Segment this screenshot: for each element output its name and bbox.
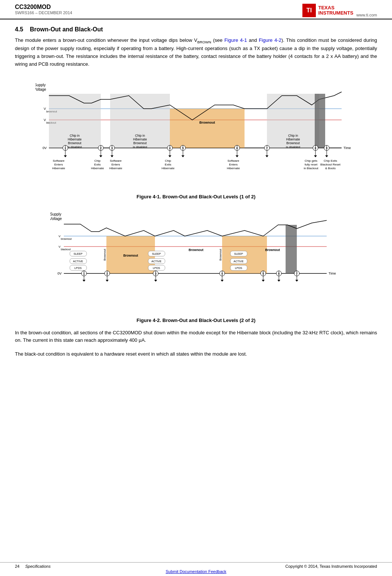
svg-text:SLEEP: SLEEP <box>74 252 83 256</box>
svg-text:Chip in: Chip in <box>288 134 298 137</box>
ti-logo-icon: TI <box>302 4 316 17</box>
svg-text:Software: Software <box>227 159 239 162</box>
page-footer: 24 Specifications Copyright © 2014, Texa… <box>0 562 392 576</box>
svg-text:Blackout Reset: Blackout Reset <box>320 163 341 166</box>
body-paragraph-2: In the brown-out condition, all sections… <box>15 329 377 345</box>
svg-text:Hibernate: Hibernate <box>133 137 147 141</box>
footer-specs-label: Specifications <box>25 564 51 569</box>
svg-marker-59 <box>265 155 268 157</box>
svg-marker-55 <box>236 155 239 157</box>
svg-marker-67 <box>325 155 328 157</box>
ti-logo-text: TEXAS INSTRUMENTS <box>318 5 353 16</box>
svg-text:Hibernate: Hibernate <box>162 167 175 170</box>
svg-marker-39 <box>99 155 102 157</box>
svg-text:Exits: Exits <box>165 163 171 166</box>
svg-text:V: V <box>59 245 61 248</box>
svg-text:LPDS: LPDS <box>74 266 82 270</box>
main-content: 4.5 Brown-Out and Black-Out The module e… <box>0 19 392 375</box>
svg-text:ACTIVE: ACTIVE <box>151 260 161 263</box>
svg-text:Enters: Enters <box>229 163 237 166</box>
svg-marker-51 <box>181 155 184 157</box>
svg-rect-107 <box>286 225 297 273</box>
section-heading: 4.5 Brown-Out and Black-Out <box>15 26 377 33</box>
svg-text:Hibernate: Hibernate <box>286 137 300 141</box>
svg-text:Brownout: Brownout <box>133 141 147 145</box>
svg-marker-63 <box>314 155 317 157</box>
svg-text:V: V <box>44 118 46 122</box>
v-brown-sub: BROWN <box>197 40 211 44</box>
svg-text:Voltage: Voltage <box>35 87 46 92</box>
svg-text:Software: Software <box>110 159 122 162</box>
header-right: TI TEXAS INSTRUMENTS www.ti.com <box>302 4 377 17</box>
svg-text:Brownout: Brownout <box>103 248 106 261</box>
figure-1-caption: Figure 4-1. Brown-Out and Black-Out Leve… <box>15 194 377 199</box>
svg-text:V: V <box>59 235 61 238</box>
figure-1-container: Supply Voltage V brownout V blackout 0V … <box>15 75 377 199</box>
svg-rect-17 <box>170 109 245 148</box>
doc-subtitle: SWRS166 – DECEMBER 2014 <box>15 10 72 15</box>
svg-text:Hibernate: Hibernate <box>68 137 82 141</box>
svg-marker-35 <box>64 155 67 157</box>
svg-marker-129 <box>83 280 85 282</box>
svg-text:blackout: blackout <box>61 248 71 251</box>
svg-text:Enters: Enters <box>111 163 120 166</box>
svg-text:ACTIVE: ACTIVE <box>73 260 83 263</box>
svg-text:ACTIVE: ACTIVE <box>233 260 243 263</box>
footer-main-row: 24 Specifications Copyright © 2014, Texa… <box>15 564 377 569</box>
svg-text:Supply: Supply <box>50 212 61 216</box>
svg-text:V: V <box>44 107 46 111</box>
svg-text:in Blackout: in Blackout <box>304 167 318 170</box>
svg-rect-31 <box>315 94 325 148</box>
svg-text:Brownout: Brownout <box>189 248 203 252</box>
svg-text:LPDS: LPDS <box>235 266 242 270</box>
figure-2-caption: Figure 4-2. Brown-Out and Black-Out Leve… <box>15 318 377 323</box>
svg-text:is disabled: is disabled <box>68 145 82 149</box>
svg-text:Enters: Enters <box>54 163 63 166</box>
fig1-link[interactable]: Figure 4-1 <box>224 37 247 43</box>
doc-title: CC3200MOD <box>15 4 72 10</box>
ti-logo: TI TEXAS INSTRUMENTS <box>302 4 353 17</box>
svg-marker-145 <box>262 280 265 282</box>
svg-marker-137 <box>154 280 157 282</box>
svg-text:Brownout: Brownout <box>68 141 82 145</box>
fig2-link[interactable]: Figure 4-2 <box>259 37 281 43</box>
svg-marker-149 <box>277 280 280 282</box>
svg-marker-47 <box>168 155 171 157</box>
svg-text:SLEEP: SLEEP <box>234 252 243 256</box>
svg-text:Exits: Exits <box>94 163 100 166</box>
svg-text:Software: Software <box>53 159 65 162</box>
svg-text:Brownout: Brownout <box>199 121 215 124</box>
body-paragraph-1: The module enters a brown-out condition … <box>15 37 377 68</box>
page-number: 24 <box>15 564 19 569</box>
svg-text:Hibernate: Hibernate <box>109 167 122 170</box>
svg-text:is disabled: is disabled <box>286 145 300 149</box>
figure-1-svg: Supply Voltage V brownout V blackout 0V … <box>35 75 357 191</box>
svg-text:Chip gets: Chip gets <box>305 159 317 162</box>
svg-text:Time: Time <box>329 272 336 275</box>
svg-text:Brownout: Brownout <box>123 254 138 257</box>
svg-text:Hibernate: Hibernate <box>91 167 104 170</box>
svg-text:& Boots: & Boots <box>325 167 336 170</box>
svg-text:LPDS: LPDS <box>153 266 160 270</box>
svg-text:0V: 0V <box>43 146 47 150</box>
body-paragraph-3: The black-out condition is equivalent to… <box>15 350 377 358</box>
footer-feedback-link[interactable]: Submit Documentation Feedback <box>15 569 377 575</box>
footer-copyright: Copyright © 2014, Texas Instruments Inco… <box>285 564 377 569</box>
svg-marker-43 <box>111 155 113 157</box>
svg-text:Chip Exits: Chip Exits <box>324 159 337 162</box>
footer-left: 24 Specifications <box>15 564 50 569</box>
svg-text:Hibernate: Hibernate <box>52 167 65 170</box>
header-url: www.ti.com <box>356 13 377 17</box>
svg-text:Supply: Supply <box>35 83 46 87</box>
svg-text:fully reset: fully reset <box>305 163 318 166</box>
svg-text:Chip: Chip <box>165 159 171 162</box>
svg-text:Time: Time <box>343 146 351 150</box>
svg-text:is disabled: is disabled <box>133 145 147 149</box>
svg-text:Chip in: Chip in <box>70 134 80 137</box>
svg-text:Brownout: Brownout <box>265 248 280 252</box>
svg-text:Hibernate: Hibernate <box>227 167 240 170</box>
figure-2-container: Supply Voltage V brownout V blackout 0V … <box>15 206 377 323</box>
svg-marker-133 <box>106 280 109 282</box>
svg-text:Chip in: Chip in <box>135 134 145 137</box>
svg-text:brownout: brownout <box>61 238 72 240</box>
